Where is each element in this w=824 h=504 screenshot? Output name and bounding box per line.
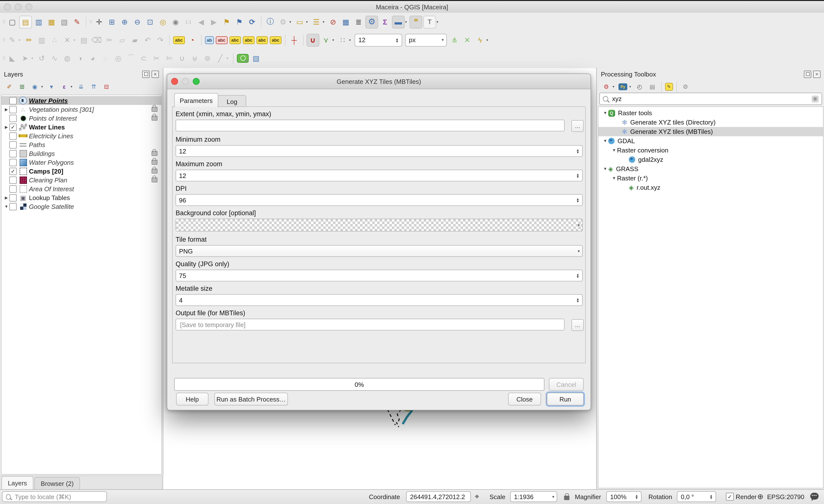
show-hidden-labels-icon[interactable]: abc xyxy=(229,36,241,44)
epsg-value[interactable]: EPSG:20790 xyxy=(767,493,804,501)
tree-item-label[interactable]: Generate XYZ tiles (Directory) xyxy=(630,119,716,126)
layer-visibility-checkbox[interactable] xyxy=(9,185,17,193)
collapse-arrow-icon[interactable] xyxy=(602,139,608,143)
identify-features-icon[interactable] xyxy=(265,16,276,28)
layer-row[interactable]: Paths xyxy=(1,140,162,149)
layer-row[interactable]: Points of Interest xyxy=(1,114,162,123)
tree-item-label[interactable]: gdal2xyz xyxy=(638,156,663,163)
rotate-feature-icon[interactable] xyxy=(36,52,47,64)
layer-label[interactable]: Water Lines xyxy=(29,123,65,131)
tree-group-label[interactable]: Raster tools xyxy=(618,109,652,117)
filter-expression-icon[interactable] xyxy=(59,81,70,93)
delete-selected-icon[interactable] xyxy=(91,34,103,46)
tab-layers[interactable]: Layers xyxy=(1,476,33,489)
select-by-value-icon[interactable] xyxy=(310,16,322,28)
layer-row[interactable]: Clearing Plan xyxy=(1,175,162,184)
layer-label[interactable]: Paths xyxy=(29,141,45,148)
quickmap-services-icon[interactable] xyxy=(250,52,262,64)
scale-dropdown[interactable]: 1:1936 xyxy=(510,491,557,502)
split-features-icon[interactable] xyxy=(150,52,162,64)
expand-arrow-icon[interactable] xyxy=(3,125,9,129)
text-annotation-icon[interactable] xyxy=(423,15,436,28)
tree-item-label[interactable]: r.out.xyz xyxy=(637,184,660,191)
collapse-arrow-icon[interactable] xyxy=(602,111,608,115)
epsg-globe-icon[interactable] xyxy=(757,492,763,501)
help-button[interactable]: Help xyxy=(176,393,208,405)
chevron-down-icon[interactable] xyxy=(629,85,633,89)
max-zoom-spinbox[interactable]: 12 xyxy=(176,170,583,181)
zoom-native-icon[interactable] xyxy=(183,16,194,28)
move-label-icon[interactable]: abc xyxy=(243,36,254,44)
new-project-icon[interactable] xyxy=(6,16,18,28)
tree-group[interactable]: Raster (r.*) xyxy=(598,173,823,183)
run-feature-action-icon[interactable] xyxy=(277,16,289,28)
reshape-icon[interactable] xyxy=(125,52,137,64)
statistics-icon[interactable] xyxy=(353,16,365,28)
undo-icon[interactable] xyxy=(142,34,153,46)
topology-flash-icon[interactable] xyxy=(474,34,486,46)
map-tips-icon[interactable] xyxy=(410,15,422,28)
merge-features-icon[interactable] xyxy=(176,52,188,64)
layer-label[interactable]: Vegetation points [301] xyxy=(29,106,94,113)
layer-row[interactable]: ✓ Camps [20] xyxy=(1,167,162,175)
spinner-arrows-icon[interactable] xyxy=(394,34,400,45)
digitize-icon[interactable] xyxy=(48,34,60,46)
zoom-to-layer-icon[interactable] xyxy=(170,16,182,28)
chevron-down-icon[interactable] xyxy=(323,20,327,24)
chevron-down-icon[interactable] xyxy=(71,85,75,89)
chevron-down-icon[interactable] xyxy=(613,85,617,89)
layer-row[interactable]: Area Of Interest xyxy=(1,184,162,193)
snap-dots-icon[interactable] xyxy=(337,34,348,46)
zoom-next-icon[interactable] xyxy=(208,16,220,28)
panel-close-button[interactable] xyxy=(813,71,821,78)
tab-log[interactable]: Log xyxy=(218,95,246,108)
merge-attributes-icon[interactable] xyxy=(189,52,201,64)
tree-group-label[interactable]: Raster conversion xyxy=(617,147,668,154)
layer-visibility-checkbox[interactable] xyxy=(9,132,17,139)
processing-toolbox-icon[interactable] xyxy=(366,15,378,28)
tree-item[interactable]: Generate XYZ tiles (Directory) xyxy=(598,118,823,127)
add-ring-icon[interactable] xyxy=(61,52,73,64)
cancel-button[interactable]: Cancel xyxy=(549,378,584,391)
collapse-all-icon[interactable] xyxy=(88,81,100,93)
simplify-feature-icon[interactable] xyxy=(48,52,60,64)
tree-item[interactable]: r.out.xyz xyxy=(598,183,823,192)
split-parts-icon[interactable] xyxy=(163,52,175,64)
chevron-down-icon[interactable] xyxy=(578,223,580,227)
zoom-last-icon[interactable] xyxy=(195,16,207,28)
layer-label[interactable]: Points of Interest xyxy=(29,115,77,122)
layer-label[interactable]: Buildings xyxy=(29,150,55,157)
remove-layer-icon[interactable] xyxy=(101,81,112,93)
layer-visibility-checkbox[interactable] xyxy=(9,115,17,122)
layer-label[interactable]: Google Satellite xyxy=(29,203,74,210)
redo-icon[interactable] xyxy=(154,34,166,46)
chevron-down-icon[interactable] xyxy=(306,20,310,24)
tree-group-label[interactable]: GDAL xyxy=(618,137,635,145)
panel-close-button[interactable] xyxy=(151,71,159,78)
zoom-in-icon[interactable] xyxy=(119,16,130,28)
tree-item-selected[interactable]: Generate XYZ tiles (MBTiles) xyxy=(598,127,823,136)
history-icon[interactable] xyxy=(634,81,645,93)
add-part-icon[interactable] xyxy=(74,52,86,64)
run-as-batch-button[interactable]: Run as Batch Process… xyxy=(214,393,288,405)
delete-ring-icon[interactable] xyxy=(100,52,111,64)
locator-box[interactable] xyxy=(2,491,107,502)
layer-row[interactable]: Buildings xyxy=(1,149,162,158)
select-features-icon[interactable] xyxy=(294,16,306,28)
quality-spinbox[interactable]: 75 xyxy=(176,270,583,281)
spinner-arrows-icon[interactable] xyxy=(708,492,714,501)
layer-row[interactable]: Water Points xyxy=(1,96,162,105)
log-icon[interactable] xyxy=(646,81,658,93)
save-layer-edits-icon[interactable] xyxy=(36,34,47,46)
layer-row[interactable]: Lookup Tables xyxy=(1,193,162,202)
toggle-editing-icon[interactable] xyxy=(23,34,35,46)
tab-browser[interactable]: Browser (2) xyxy=(34,477,80,489)
spinner-arrows-icon[interactable] xyxy=(575,295,581,305)
extent-value[interactable] xyxy=(179,121,564,130)
chevron-down-icon[interactable] xyxy=(552,494,554,499)
measure-icon[interactable] xyxy=(392,15,405,28)
statistical-summary-icon[interactable] xyxy=(379,16,391,28)
collapse-arrow-icon[interactable] xyxy=(611,176,617,180)
chevron-down-icon[interactable] xyxy=(405,20,409,24)
panel-float-button[interactable] xyxy=(804,71,811,78)
